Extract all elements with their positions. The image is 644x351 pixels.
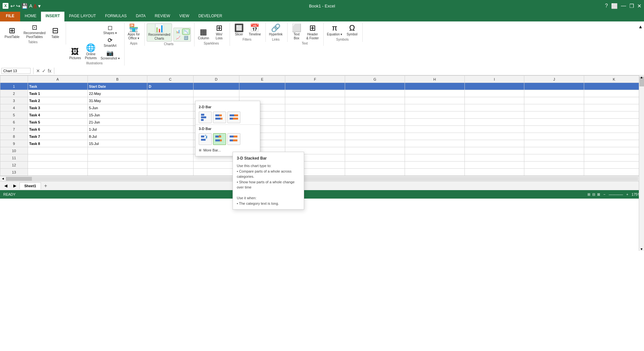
cell-J9[interactable] [524, 140, 584, 147]
cell-J5[interactable] [524, 111, 584, 119]
cell-A11[interactable] [28, 154, 87, 162]
cell-J3[interactable] [524, 97, 584, 104]
pictures-button[interactable]: 🖼 Pictures [68, 47, 82, 61]
cell-H7[interactable] [405, 126, 464, 133]
page-layout-view-button[interactable]: ⊟ [592, 192, 595, 197]
cell-J2[interactable] [524, 90, 584, 97]
cell-A12[interactable] [28, 162, 87, 169]
header-footer-button[interactable]: ⊞ Header& Footer [305, 23, 320, 41]
col-header-a[interactable]: A [28, 76, 87, 83]
row-number-4[interactable]: 4 [0, 104, 28, 111]
cell-F2[interactable] [285, 90, 345, 97]
cell-B2[interactable]: 22-May [87, 90, 147, 97]
cell-K12[interactable] [584, 162, 644, 169]
tab-page-layout[interactable]: PAGE LAYOUT [64, 12, 101, 21]
smartart-button[interactable]: ⟳ SmartArt [99, 36, 121, 48]
cell-A9[interactable]: Task 8 [28, 140, 87, 147]
timeline-button[interactable]: 📅 Timeline [248, 23, 262, 37]
cell-G1[interactable] [345, 83, 405, 90]
cell-H5[interactable] [405, 111, 464, 119]
cell-A3[interactable]: Task 2 [28, 97, 87, 104]
cell-K4[interactable] [584, 104, 644, 111]
col-header-f[interactable]: F [285, 76, 345, 83]
cell-C8[interactable] [147, 133, 193, 140]
tab-developer[interactable]: DEVELOPER [194, 12, 227, 21]
cell-A7[interactable]: Task 6 [28, 126, 87, 133]
row-number-10[interactable]: 10 [0, 147, 28, 154]
row-number-7[interactable]: 7 [0, 126, 28, 133]
cell-G10[interactable] [345, 147, 405, 154]
cell-B13[interactable] [87, 169, 147, 176]
bar-chart-button[interactable]: 📉 [182, 29, 190, 35]
cell-H12[interactable] [405, 162, 464, 169]
2d-cluster-bar-button[interactable] [199, 111, 212, 123]
col-header-j[interactable]: J [524, 76, 584, 83]
undo-button[interactable]: ↩ [10, 3, 15, 9]
cell-C3[interactable] [147, 97, 193, 104]
cell-G11[interactable] [345, 154, 405, 162]
row-number-12[interactable]: 12 [0, 162, 28, 169]
cell-B6[interactable]: 21-Jun [87, 119, 147, 126]
cell-G4[interactable] [345, 104, 405, 111]
cell-K3[interactable] [584, 97, 644, 104]
scroll-down-button[interactable]: ▼ [639, 247, 644, 251]
page-break-view-button[interactable]: ⊠ [597, 192, 600, 197]
tab-formulas[interactable]: FORMULAS [101, 12, 131, 21]
table-button[interactable]: ⊟ Table [48, 26, 62, 40]
cell-B1[interactable]: Start Date [87, 83, 147, 90]
scroll-sheets-left[interactable]: ◄ [1, 183, 10, 189]
line-chart-button[interactable]: 📈 [175, 35, 182, 41]
col-header-g[interactable]: G [345, 76, 405, 83]
shapes-button[interactable]: ◻ Shapes ▾ [99, 23, 121, 35]
2d-100stacked-bar-button[interactable] [227, 111, 240, 123]
apps-for-office-button[interactable]: 🏪 Apps forOffice ▾ [127, 23, 141, 41]
sheet-tab-sheet1[interactable]: Sheet1 [20, 182, 41, 189]
cell-H6[interactable] [405, 119, 464, 126]
font-color-button[interactable]: A [34, 3, 36, 8]
col-header-c[interactable]: C [147, 76, 193, 83]
cell-K8[interactable] [584, 133, 644, 140]
cell-F1[interactable] [285, 83, 345, 90]
scroll-left-button[interactable]: ◄ [0, 177, 6, 180]
cell-I1[interactable] [464, 83, 524, 90]
3d-stacked-bar-button[interactable] [213, 133, 226, 145]
cell-K9[interactable] [584, 140, 644, 147]
cell-K7[interactable] [584, 126, 644, 133]
cancel-formula-button[interactable]: ✕ [36, 68, 40, 73]
cell-F5[interactable] [285, 111, 345, 119]
3d-cluster-bar-button[interactable] [199, 133, 212, 145]
screenshot-button[interactable]: 📷 Screenshot ▾ [99, 49, 121, 61]
cell-I9[interactable] [464, 140, 524, 147]
tab-file[interactable]: FILE [0, 12, 20, 21]
name-box[interactable]: Chart 13 [1, 68, 31, 74]
col-header-d[interactable]: D [193, 76, 239, 83]
3d-100stacked-bar-button[interactable] [227, 133, 240, 145]
cell-J12[interactable] [524, 162, 584, 169]
slicer-button[interactable]: 🔲 Slicer [232, 23, 246, 37]
tab-insert[interactable]: INSERT [41, 12, 64, 21]
cell-B12[interactable] [87, 162, 147, 169]
quick-access-more[interactable]: ▾ [38, 3, 41, 9]
cell-J6[interactable] [524, 119, 584, 126]
cell-I8[interactable] [464, 133, 524, 140]
recommended-pivottables-button[interactable]: ⊡ RecommendedPivotTables [22, 23, 47, 40]
cell-F7[interactable] [285, 126, 345, 133]
cell-K11[interactable] [584, 154, 644, 162]
cell-A13[interactable] [28, 169, 87, 176]
cell-I11[interactable] [464, 154, 524, 162]
cell-H11[interactable] [405, 154, 464, 162]
row-number-6[interactable]: 6 [0, 119, 28, 126]
equation-button[interactable]: π Equation ▾ [326, 23, 343, 37]
cell-C9[interactable] [147, 140, 193, 147]
row-number-11[interactable]: 11 [0, 154, 28, 162]
pie-chart-button[interactable]: 🔢 [182, 35, 190, 41]
cell-K13[interactable] [584, 169, 644, 176]
cell-C1[interactable]: D [147, 83, 193, 90]
row-number-9[interactable]: 9 [0, 140, 28, 147]
cell-C7[interactable] [147, 126, 193, 133]
cell-A1[interactable]: Task [28, 83, 87, 90]
cell-J1[interactable] [524, 83, 584, 90]
cell-I7[interactable] [464, 126, 524, 133]
cell-J7[interactable] [524, 126, 584, 133]
tab-review[interactable]: REVIEW [150, 12, 175, 21]
